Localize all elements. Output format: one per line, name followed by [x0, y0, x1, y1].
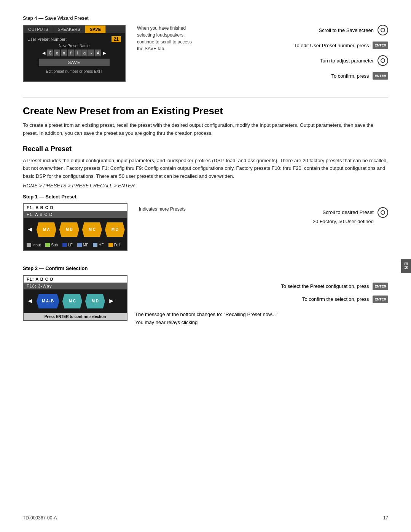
step4-title: Save Wizard Preset	[45, 15, 89, 21]
preset-number-value: 21	[112, 36, 121, 42]
char-g: g	[81, 50, 88, 56]
legend-label-sub: Sub	[51, 243, 58, 247]
legend-dot-mf	[77, 243, 82, 247]
preset-items-row: ◄ M A M B M C M D ►	[24, 218, 127, 241]
preset-hex-MD2: M D	[85, 294, 105, 308]
screen-tabs: OUTPUTS SPEAKERS SAVE	[24, 26, 125, 33]
char-row: ◄ C o n f i g - A ►	[27, 50, 121, 56]
preset-hex-MAB: M A+B	[37, 294, 59, 308]
step2-right: To select the Preset configuration, pres…	[135, 275, 388, 327]
confirm-screen-footer: Press ENTER to confirm selection	[24, 313, 127, 320]
legend-label-full: Full	[114, 243, 120, 247]
preset-hex-MA: M A	[37, 222, 56, 237]
step2-title: Confirm Selection	[45, 265, 88, 271]
legend-label-input: Input	[32, 243, 41, 247]
scroll-preset-line2: 20 Factory, 50 User-defined	[313, 219, 374, 224]
preset-screen-subheader: F1: A B C D	[24, 211, 127, 218]
page-number: 17	[383, 515, 388, 521]
recall-preset-section: Recall a Preset A Preset includes the ou…	[23, 145, 388, 327]
scroll-to-preset-instruction: Scroll to desired Preset 20 Factory, 50 …	[259, 207, 388, 224]
confirm-screen-header: F1: A B C D	[24, 276, 127, 283]
preset-MC: M C	[82, 222, 102, 237]
step4-instructions: Scroll to the Save screen To edit User P…	[274, 25, 388, 80]
turn-label: Turn to adjust parameter	[320, 58, 374, 64]
preset-hex-MC: M C	[82, 222, 102, 237]
legend-hf: HF	[93, 243, 104, 247]
char-n: n	[61, 50, 67, 56]
preset-MA: M A	[37, 222, 56, 237]
legend-full: Full	[108, 243, 120, 247]
save-button-screen: SAVE	[39, 59, 110, 66]
enter-icon-confirm: ENTER	[373, 72, 388, 80]
message-line1: The message at the bottom changes to: "R…	[135, 311, 287, 319]
legend-dot-sub	[45, 243, 50, 247]
message-line2: You may hear relays clicking	[135, 319, 287, 327]
recall-preset-body: A Preset includes the output configurati…	[23, 157, 388, 181]
preset-hex-MD: M D	[105, 222, 125, 237]
step4-description: When you have finished selecting loudspe…	[137, 25, 198, 52]
legend-dot-lf	[62, 243, 67, 247]
right-arrow-icon: ►	[102, 50, 107, 56]
legend-input: Input	[27, 243, 41, 247]
recall-preset-title: Recall a Preset	[23, 145, 388, 153]
step2-header: Step 2 — Confirm Selection	[23, 265, 388, 271]
legend-row: Input Sub LF MF	[24, 241, 127, 250]
section-title: Create New Preset from an Existing Prese…	[23, 97, 388, 117]
tab-speakers: SPEAKERS	[53, 26, 85, 33]
edit-instruction: To edit User Preset number, press ENTER	[274, 42, 388, 49]
step4-header: Step 4 — Save Wizard Preset	[23, 15, 388, 21]
confirm-left-arrow: ◄	[27, 297, 33, 305]
step4-section: Step 4 — Save Wizard Preset OUTPUTS SPEA…	[23, 15, 388, 82]
step1-title: Select Preset	[45, 194, 76, 200]
tab-save: SAVE	[85, 26, 106, 33]
section-intro: To create a preset from an existing pres…	[23, 121, 388, 137]
tab-outputs: OUTPUTS	[24, 26, 53, 33]
edit-label: To edit User Preset number, press	[294, 43, 369, 48]
legend-dot-hf	[93, 243, 97, 247]
legend-mf: MF	[77, 243, 88, 247]
preset-select-screen: F1: A B C D F1: A B C D ◄ M A M B M C	[23, 203, 127, 251]
step1-layout: F1: A B C D F1: A B C D ◄ M A M B M C	[23, 203, 388, 254]
en-badge: EN	[401, 259, 411, 273]
char-o: o	[54, 50, 60, 56]
confirm-label: To confirm, press	[331, 73, 369, 79]
page-footer: TD-000367-00-A 17	[23, 515, 388, 521]
legend-sub: Sub	[45, 243, 58, 247]
preset-MB: M B	[59, 222, 79, 237]
confirm-selection-instruction: To confirm the selection, press ENTER	[135, 296, 388, 303]
char-A: A	[95, 50, 101, 56]
knob-icon-turn	[378, 55, 388, 66]
step2-label: Step 2 —	[23, 265, 44, 271]
char-C: C	[47, 50, 53, 56]
knob-icon-scroll	[378, 25, 388, 35]
preset-hex-MB: M B	[59, 222, 79, 237]
confirm-instruction: To confirm, press ENTER	[274, 72, 388, 80]
select-preset-label: To select the Preset configuration, pres…	[281, 283, 369, 289]
step2-layout: F1: A B C D F18: 3-Way ◄ M A+B M C M D	[23, 275, 388, 327]
preset-right-arrow: ►	[128, 225, 135, 233]
step1-screen-area: F1: A B C D F1: A B C D ◄ M A M B M C	[23, 203, 127, 254]
step2-screen-area: F1: A B C D F18: 3-Way ◄ M A+B M C M D	[23, 275, 127, 324]
left-arrow-icon: ◄	[41, 50, 46, 56]
preset-left-arrow: ◄	[27, 225, 33, 233]
preset-hex-MC2: M C	[62, 294, 82, 308]
legend-label-hf: HF	[99, 243, 104, 247]
legend-lf: LF	[62, 243, 73, 247]
scroll-instruction: Scroll to the Save screen	[274, 25, 388, 35]
step4-label: Step 4 —	[23, 15, 43, 21]
enter-icon-select: ENTER	[373, 283, 388, 290]
legend-label-lf: LF	[68, 243, 73, 247]
confirm-screen-subheader: F18: 3-Way	[24, 283, 127, 289]
save-wizard-screen: OUTPUTS SPEAKERS SAVE User Preset Number…	[23, 25, 126, 82]
preset-number-label: User Preset Number:	[27, 37, 67, 42]
enter-icon-edit: ENTER	[373, 42, 388, 49]
preset-MD: M D	[105, 222, 125, 237]
enter-icon-confirm-sel: ENTER	[373, 296, 388, 303]
step2-instructions: To select the Preset configuration, pres…	[135, 279, 388, 303]
confirm-right-arrow: ►	[108, 297, 115, 305]
screen-footer-text: Edit preset number or press EXIT	[27, 69, 121, 75]
new-preset-label: New Preset Name	[27, 44, 121, 48]
confirm-preset-MC: M C	[62, 294, 82, 308]
footer-code: TD-000367-00-A	[23, 515, 57, 521]
indicates-more-text: Indicates more Presets	[139, 206, 186, 212]
